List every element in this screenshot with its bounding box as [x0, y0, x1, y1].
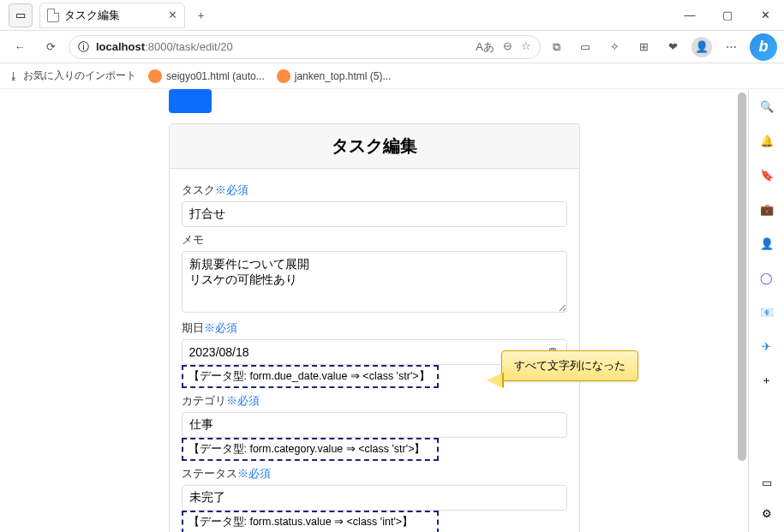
annotation-callout: すべて文字列になった	[501, 350, 638, 381]
nav-refresh-button[interactable]: ⟳	[38, 34, 63, 60]
menu-icon[interactable]: ⋯	[721, 37, 741, 57]
memo-textarea[interactable]: 新規要件について展開 リスケの可能性あり	[182, 251, 567, 313]
copilot-button[interactable]: b	[750, 33, 777, 61]
tab-close-button[interactable]: ✕	[168, 9, 177, 21]
task-label: タスク※必須	[182, 182, 567, 198]
bookmark-item-2[interactable]: janken_top.html (5)...	[277, 69, 392, 83]
sidebar-bell-icon[interactable]: 🔔	[758, 132, 775, 149]
status-label: ステータス※必須	[182, 466, 567, 481]
vertical-scrollbar[interactable]	[736, 89, 748, 532]
zoom-icon[interactable]: ⊖	[503, 39, 512, 55]
site-info-icon[interactable]: ⓘ	[78, 39, 89, 55]
scroll-thumb[interactable]	[738, 93, 746, 461]
due-date-debug: 【データ型: form.due_date.value ⇒ <class 'str…	[182, 365, 439, 388]
category-debug: 【データ型: form.category.value ⇒ <class 'str…	[182, 438, 439, 461]
tab-overview-button[interactable]: ▭	[9, 3, 33, 27]
sidebar-loop-icon[interactable]: ◯	[758, 269, 775, 286]
import-icon: ⭳	[9, 70, 19, 82]
url-input[interactable]: ⓘ localhost:8000/task/edit/20 Aあ ⊖ ☆	[69, 35, 541, 59]
url-host: localhost	[96, 40, 145, 53]
browser-tab[interactable]: タスク編集 ✕	[39, 3, 185, 28]
new-tab-button[interactable]: ＋	[189, 3, 212, 27]
category-select[interactable]	[182, 412, 567, 438]
sidebar-settings-icon[interactable]: ⚙	[758, 505, 775, 522]
status-select[interactable]	[182, 485, 567, 511]
nav-back-button[interactable]: ←	[7, 34, 33, 60]
health-icon[interactable]: ❤	[662, 37, 683, 57]
window-close-button[interactable]: ✕	[746, 0, 784, 31]
sidebar-plus-icon[interactable]: ＋	[758, 372, 775, 389]
bookmarks-bar: ⭳ お気に入りのインポート seigyo01.html (auto... jan…	[0, 63, 784, 89]
bookmark-item-1-label: seigyo01.html (auto...	[166, 70, 265, 82]
bookmark-item-2-label: janken_top.html (5)...	[295, 70, 392, 82]
bookmark-import[interactable]: ⭳ お気に入りのインポート	[9, 69, 136, 83]
tab-title: タスク編集	[64, 8, 120, 23]
collections-icon[interactable]: ⊞	[633, 37, 654, 57]
window-minimize-button[interactable]: —	[671, 0, 709, 31]
sidebar-panel-icon[interactable]: ▭	[758, 474, 775, 491]
favorites-icon[interactable]: ✧	[604, 37, 625, 57]
window-titlebar: ▭ タスク編集 ✕ ＋ — ▢ ✕	[0, 0, 784, 31]
annotation-text: すべて文字列になった	[514, 359, 625, 372]
due-date-label: 期日※必須	[182, 320, 567, 336]
memo-label: メモ	[182, 232, 567, 248]
address-bar: ← ⟳ ⓘ localhost:8000/task/edit/20 Aあ ⊖ ☆…	[0, 31, 784, 63]
read-aloud-icon[interactable]: Aあ	[476, 39, 494, 55]
edge-sidebar: 🔍 🔔 🔖 💼 👤 ◯ 📧 ✈ ＋ ▭ ⚙	[748, 89, 784, 532]
page-icon	[47, 9, 59, 22]
sidebar-person-icon[interactable]: 👤	[758, 235, 775, 252]
sidebar-briefcase-icon[interactable]: 💼	[758, 200, 775, 218]
task-input[interactable]	[182, 201, 567, 227]
url-path: :8000/task/edit/20	[145, 40, 233, 53]
bookmark-item-1[interactable]: seigyo01.html (auto...	[148, 69, 265, 83]
sidebar-send-icon[interactable]: ✈	[758, 338, 775, 355]
html-file-icon	[148, 69, 162, 83]
sidebar-outlook-icon[interactable]: 📧	[758, 303, 775, 320]
page-viewport[interactable]: タスク編集 タスク※必須 メモ 新規要件について展開 リスケの可能性あり 期日※…	[0, 89, 748, 532]
html-file-icon	[277, 69, 290, 83]
sidebar-search-icon[interactable]: 🔍	[758, 98, 775, 115]
category-label: カテゴリ※必須	[182, 393, 567, 409]
callout-tail	[487, 374, 502, 387]
partial-button-top[interactable]	[169, 89, 212, 113]
favorite-star-icon[interactable]: ☆	[521, 39, 531, 55]
status-debug: 【データ型: form.status.value ⇒ <class 'int'>…	[182, 511, 439, 532]
window-maximize-button[interactable]: ▢	[709, 0, 746, 31]
profile-avatar[interactable]: 👤	[691, 37, 712, 57]
task-edit-card: タスク編集 タスク※必須 メモ 新規要件について展開 リスケの可能性あり 期日※…	[169, 123, 580, 532]
page-title: タスク編集	[170, 124, 579, 169]
split-screen-icon[interactable]: ⧉	[546, 37, 566, 57]
bookmark-import-label: お気に入りのインポート	[23, 69, 136, 83]
notebook-icon[interactable]: ▭	[575, 37, 595, 57]
sidebar-tag-icon[interactable]: 🔖	[758, 166, 775, 183]
